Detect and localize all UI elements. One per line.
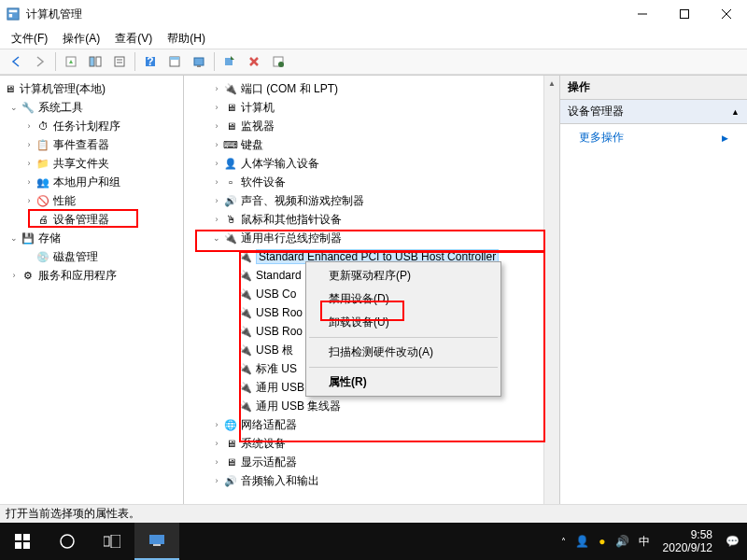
expand-icon[interactable]: › (210, 140, 223, 149)
up-button[interactable] (60, 51, 82, 72)
tree-item-shared-folders[interactable]: ›📁共享文件夹 (0, 154, 183, 173)
folder-icon: 📁 (35, 156, 50, 171)
more-actions-link[interactable]: 更多操作 ▶ (560, 124, 747, 151)
display-icon: 🖥 (223, 455, 238, 469)
cm-update-driver[interactable]: 更新驱动程序(P) (308, 264, 499, 287)
menu-file[interactable]: 文件(F) (6, 29, 53, 49)
scroll-up-icon[interactable]: ▲ (544, 76, 559, 91)
device-category[interactable]: ›🖥显示适配器 (190, 453, 559, 471)
maximize-button[interactable] (663, 0, 705, 28)
expand-icon[interactable]: › (210, 196, 223, 205)
system-tray: ˄ 👤 ● 🔊 中 9:58 2020/9/12 💬 (554, 528, 747, 555)
device-category[interactable]: ›▫软件设备 (190, 173, 559, 191)
computer-icon: 🖥 (223, 100, 238, 115)
tree-root[interactable]: 🖥 计算机管理(本地) (0, 79, 183, 98)
task-view-button[interactable] (90, 523, 134, 560)
properties-button[interactable] (108, 51, 131, 72)
expand-icon[interactable]: › (210, 159, 223, 168)
device-category[interactable]: ›🖥计算机 (190, 98, 559, 117)
forward-button[interactable] (29, 51, 51, 72)
refresh-button[interactable] (267, 51, 289, 72)
expand-icon[interactable]: › (210, 103, 223, 112)
cm-properties[interactable]: 属性(R) (308, 371, 499, 394)
collapse-icon[interactable]: ⌄ (7, 233, 21, 243)
cortana-button[interactable] (45, 523, 90, 560)
device-category-usb[interactable]: ⌄🔌通用串行总线控制器 (190, 229, 559, 247)
collapse-icon[interactable]: ⌄ (7, 103, 21, 112)
device-category[interactable]: ›🖥监视器 (190, 117, 559, 135)
cm-disable-device[interactable]: 禁用设备(D) (308, 287, 499, 311)
expand-icon[interactable]: › (210, 457, 223, 467)
device-category[interactable]: ›🖥系统设备 (190, 434, 559, 453)
device-category[interactable]: ›👤人体学输入设备 (190, 154, 559, 173)
usb-icon: 🔌 (238, 249, 253, 264)
menu-help[interactable]: 帮助(H) (162, 29, 211, 49)
start-button[interactable] (0, 523, 45, 560)
tree-item-task-scheduler[interactable]: ›⏱任务计划程序 (0, 117, 183, 135)
menu-action[interactable]: 操作(A) (57, 29, 106, 49)
expand-icon[interactable]: › (22, 177, 35, 187)
tray-volume-icon[interactable]: 🔊 (615, 535, 629, 548)
mid-pane: ▲ ▼ ›🔌端口 (COM 和 LPT) ›🖥计算机 ›🖥监视器 ›⌨键盘 ›👤… (184, 76, 560, 518)
expand-icon[interactable]: › (22, 196, 35, 205)
tree-item-disk-mgmt[interactable]: 💿磁盘管理 (0, 247, 183, 266)
device-category[interactable]: ›🔌端口 (COM 和 LPT) (190, 79, 559, 98)
close-button[interactable] (705, 0, 747, 28)
device-category[interactable]: ›🔊音频输入和输出 (190, 471, 559, 490)
expand-icon[interactable]: › (22, 159, 35, 168)
view2-button[interactable] (188, 51, 210, 72)
expand-icon[interactable]: › (210, 215, 223, 224)
device-icon: 🖨 (35, 212, 50, 227)
tray-security-icon[interactable]: ● (599, 535, 605, 548)
clock[interactable]: 9:58 2020/9/12 (659, 528, 716, 555)
svg-point-23 (278, 62, 284, 67)
tree-services[interactable]: ›⚙服务和应用程序 (0, 266, 183, 285)
back-button[interactable] (5, 51, 27, 72)
cm-scan-hardware[interactable]: 扫描检测硬件改动(A) (308, 341, 499, 364)
tree-storage[interactable]: ⌄💾存储 (0, 229, 183, 247)
expand-icon[interactable]: › (210, 121, 223, 131)
tree-item-event-viewer[interactable]: ›📋事件查看器 (0, 135, 183, 154)
usb-icon: 🔌 (238, 399, 253, 413)
tray-ime-indicator[interactable]: 中 (639, 534, 650, 550)
task-app-button[interactable] (134, 523, 179, 560)
left-tree[interactable]: 🖥 计算机管理(本地) ⌄ 🔧 系统工具 ›⏱任务计划程序 ›📋事件查看器 ›📁… (0, 76, 183, 288)
expand-icon[interactable]: › (210, 420, 223, 429)
tray-chevron-icon[interactable]: ˄ (561, 537, 566, 547)
show-hide-button[interactable] (84, 51, 106, 72)
device-category[interactable]: ›🌐网络适配器 (190, 415, 559, 434)
scan-button[interactable] (218, 51, 241, 72)
menu-separator (309, 337, 498, 338)
collapse-icon[interactable]: ⌄ (210, 233, 223, 243)
expand-icon[interactable]: › (22, 140, 35, 149)
help-button[interactable]: ? (139, 51, 162, 72)
device-category[interactable]: ›⌨键盘 (190, 135, 559, 154)
software-icon: ▫ (223, 175, 238, 189)
expand-icon[interactable]: › (210, 476, 223, 485)
vertical-scrollbar[interactable]: ▲ ▼ (543, 76, 559, 518)
expand-icon[interactable]: › (7, 271, 21, 280)
delete-button[interactable] (243, 51, 265, 72)
tree-system-tools[interactable]: ⌄ 🔧 系统工具 (0, 98, 183, 117)
expand-icon[interactable]: › (210, 439, 223, 448)
svg-rect-9 (96, 57, 101, 66)
cm-uninstall-device[interactable]: 卸载设备(U) (308, 311, 499, 334)
hid-icon: 👤 (223, 156, 238, 171)
tree-item-performance[interactable]: ›🚫性能 (0, 191, 183, 210)
view1-button[interactable] (163, 51, 186, 72)
menu-view[interactable]: 查看(V) (109, 29, 158, 49)
expand-icon[interactable]: › (210, 177, 223, 187)
tree-item-device-manager[interactable]: 🖨设备管理器 (0, 210, 183, 229)
expand-icon[interactable]: › (210, 84, 223, 93)
tree-item-local-users[interactable]: ›👥本地用户和组 (0, 173, 183, 191)
minimize-button[interactable] (621, 0, 663, 28)
actions-subheader[interactable]: 设备管理器 ▲ (560, 100, 747, 124)
collapse-icon[interactable]: ▲ (731, 107, 740, 117)
device-category[interactable]: ›🖱鼠标和其他指针设备 (190, 210, 559, 229)
tray-people-icon[interactable]: 👤 (575, 535, 589, 548)
device-category[interactable]: ›🔊声音、视频和游戏控制器 (190, 191, 559, 210)
taskbar: ˄ 👤 ● 🔊 中 9:58 2020/9/12 💬 (0, 523, 747, 560)
notification-icon[interactable]: 💬 (726, 535, 740, 548)
device-item-usb[interactable]: 🔌通用 USB 集线器 (190, 397, 559, 415)
expand-icon[interactable]: › (22, 121, 35, 131)
